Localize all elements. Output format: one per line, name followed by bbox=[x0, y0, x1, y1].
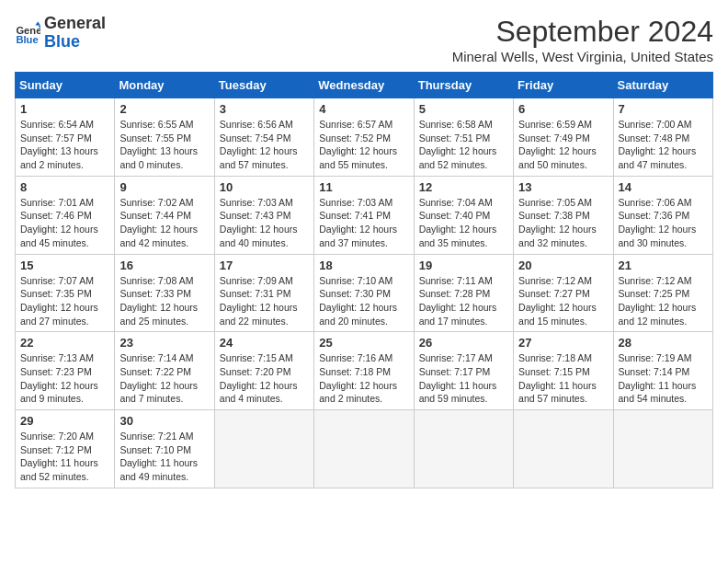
day-info: Sunrise: 7:17 AM Sunset: 7:17 PM Dayligh… bbox=[419, 351, 508, 406]
day-number: 28 bbox=[619, 336, 708, 350]
day-number: 13 bbox=[518, 180, 608, 194]
calendar-day-cell: 3Sunrise: 6:56 AM Sunset: 7:54 PM Daylig… bbox=[214, 98, 313, 177]
logo: General Blue General Blue bbox=[15, 15, 106, 52]
day-number: 30 bbox=[119, 414, 209, 428]
day-info: Sunrise: 7:02 AM Sunset: 7:44 PM Dayligh… bbox=[119, 196, 209, 250]
logo-text-blue: Blue bbox=[44, 33, 106, 52]
day-number: 1 bbox=[20, 102, 109, 116]
calendar-day-cell: 8Sunrise: 7:01 AM Sunset: 7:46 PM Daylig… bbox=[16, 176, 115, 254]
calendar-day-cell: 10Sunrise: 7:03 AM Sunset: 7:43 PM Dayli… bbox=[214, 176, 313, 254]
day-of-week-header: Thursday bbox=[414, 73, 513, 98]
calendar-day-cell: 30Sunrise: 7:21 AM Sunset: 7:10 PM Dayli… bbox=[115, 410, 214, 488]
day-info: Sunrise: 7:03 AM Sunset: 7:41 PM Dayligh… bbox=[319, 196, 408, 250]
day-number: 15 bbox=[20, 259, 109, 272]
day-number: 21 bbox=[619, 259, 708, 272]
calendar-day-cell: 14Sunrise: 7:06 AM Sunset: 7:36 PM Dayli… bbox=[613, 176, 712, 254]
day-info: Sunrise: 7:05 AM Sunset: 7:38 PM Dayligh… bbox=[518, 196, 608, 250]
day-number: 23 bbox=[119, 336, 209, 350]
day-info: Sunrise: 7:01 AM Sunset: 7:46 PM Dayligh… bbox=[20, 196, 109, 250]
day-info: Sunrise: 7:09 AM Sunset: 7:31 PM Dayligh… bbox=[220, 274, 309, 328]
month-title: September 2024 bbox=[452, 15, 713, 49]
calendar-day-cell bbox=[514, 410, 613, 488]
day-number: 12 bbox=[419, 180, 508, 194]
day-of-week-header: Tuesday bbox=[214, 73, 313, 98]
day-of-week-header: Sunday bbox=[16, 73, 115, 98]
calendar-day-cell: 22Sunrise: 7:13 AM Sunset: 7:23 PM Dayli… bbox=[16, 332, 115, 410]
day-info: Sunrise: 7:11 AM Sunset: 7:28 PM Dayligh… bbox=[419, 274, 508, 328]
calendar-day-cell: 24Sunrise: 7:15 AM Sunset: 7:20 PM Dayli… bbox=[214, 332, 313, 410]
day-info: Sunrise: 6:54 AM Sunset: 7:57 PM Dayligh… bbox=[20, 118, 109, 172]
calendar-day-cell: 1Sunrise: 6:54 AM Sunset: 7:57 PM Daylig… bbox=[16, 98, 115, 177]
day-number: 8 bbox=[20, 180, 109, 194]
day-number: 16 bbox=[119, 259, 209, 272]
day-number: 25 bbox=[319, 336, 408, 350]
day-number: 14 bbox=[619, 180, 708, 194]
day-number: 3 bbox=[220, 102, 309, 116]
calendar-day-cell: 4Sunrise: 6:57 AM Sunset: 7:52 PM Daylig… bbox=[314, 98, 414, 177]
svg-marker-2 bbox=[35, 21, 40, 25]
calendar-day-cell bbox=[414, 410, 513, 488]
calendar-week-row: 1Sunrise: 6:54 AM Sunset: 7:57 PM Daylig… bbox=[16, 98, 713, 177]
day-info: Sunrise: 6:55 AM Sunset: 7:55 PM Dayligh… bbox=[119, 118, 209, 172]
calendar-week-row: 8Sunrise: 7:01 AM Sunset: 7:46 PM Daylig… bbox=[16, 176, 713, 254]
calendar-day-cell: 21Sunrise: 7:12 AM Sunset: 7:25 PM Dayli… bbox=[613, 254, 712, 332]
location-subtitle: Mineral Wells, West Virginia, United Sta… bbox=[452, 49, 713, 64]
calendar-day-cell bbox=[314, 410, 414, 488]
day-number: 6 bbox=[518, 102, 608, 116]
day-info: Sunrise: 7:12 AM Sunset: 7:27 PM Dayligh… bbox=[518, 274, 608, 328]
day-info: Sunrise: 6:58 AM Sunset: 7:51 PM Dayligh… bbox=[419, 118, 508, 172]
calendar-day-cell: 16Sunrise: 7:08 AM Sunset: 7:33 PM Dayli… bbox=[115, 254, 214, 332]
day-of-week-header: Monday bbox=[115, 73, 214, 98]
calendar-day-cell bbox=[214, 410, 313, 488]
day-info: Sunrise: 7:18 AM Sunset: 7:15 PM Dayligh… bbox=[518, 351, 608, 406]
calendar-day-cell: 7Sunrise: 7:00 AM Sunset: 7:48 PM Daylig… bbox=[613, 98, 712, 177]
day-number: 19 bbox=[419, 259, 508, 272]
day-number: 24 bbox=[220, 336, 309, 350]
page-header: General Blue General Blue September 2024… bbox=[15, 15, 713, 64]
day-of-week-header: Wednesday bbox=[314, 73, 414, 98]
day-info: Sunrise: 7:21 AM Sunset: 7:10 PM Dayligh… bbox=[119, 430, 209, 484]
day-info: Sunrise: 7:04 AM Sunset: 7:40 PM Dayligh… bbox=[419, 196, 508, 250]
day-info: Sunrise: 7:07 AM Sunset: 7:35 PM Dayligh… bbox=[20, 274, 109, 328]
day-number: 29 bbox=[20, 414, 109, 428]
day-info: Sunrise: 7:14 AM Sunset: 7:22 PM Dayligh… bbox=[119, 351, 209, 406]
day-info: Sunrise: 6:59 AM Sunset: 7:49 PM Dayligh… bbox=[518, 118, 608, 172]
day-number: 5 bbox=[419, 102, 508, 116]
day-number: 9 bbox=[119, 180, 209, 194]
day-number: 20 bbox=[518, 259, 608, 272]
calendar-day-cell: 17Sunrise: 7:09 AM Sunset: 7:31 PM Dayli… bbox=[214, 254, 313, 332]
day-number: 17 bbox=[220, 259, 309, 272]
calendar-day-cell: 29Sunrise: 7:20 AM Sunset: 7:12 PM Dayli… bbox=[16, 410, 115, 488]
calendar-day-cell: 11Sunrise: 7:03 AM Sunset: 7:41 PM Dayli… bbox=[314, 176, 414, 254]
day-info: Sunrise: 7:00 AM Sunset: 7:48 PM Dayligh… bbox=[619, 118, 708, 172]
calendar-day-cell: 13Sunrise: 7:05 AM Sunset: 7:38 PM Dayli… bbox=[514, 176, 613, 254]
day-number: 26 bbox=[419, 336, 508, 350]
day-info: Sunrise: 7:12 AM Sunset: 7:25 PM Dayligh… bbox=[619, 274, 708, 328]
logo-icon: General Blue bbox=[15, 20, 40, 46]
day-number: 22 bbox=[20, 336, 109, 350]
calendar-day-cell: 25Sunrise: 7:16 AM Sunset: 7:18 PM Dayli… bbox=[314, 332, 414, 410]
calendar-week-row: 22Sunrise: 7:13 AM Sunset: 7:23 PM Dayli… bbox=[16, 332, 713, 410]
calendar-day-cell: 23Sunrise: 7:14 AM Sunset: 7:22 PM Dayli… bbox=[115, 332, 214, 410]
day-info: Sunrise: 7:03 AM Sunset: 7:43 PM Dayligh… bbox=[220, 196, 309, 250]
calendar-day-cell bbox=[613, 410, 712, 488]
calendar-day-cell: 19Sunrise: 7:11 AM Sunset: 7:28 PM Dayli… bbox=[414, 254, 513, 332]
day-info: Sunrise: 7:16 AM Sunset: 7:18 PM Dayligh… bbox=[319, 351, 408, 406]
day-info: Sunrise: 7:20 AM Sunset: 7:12 PM Dayligh… bbox=[20, 430, 109, 484]
calendar-day-cell: 18Sunrise: 7:10 AM Sunset: 7:30 PM Dayli… bbox=[314, 254, 414, 332]
calendar-week-row: 29Sunrise: 7:20 AM Sunset: 7:12 PM Dayli… bbox=[16, 410, 713, 488]
day-of-week-header: Friday bbox=[514, 73, 613, 98]
calendar-header-row: SundayMondayTuesdayWednesdayThursdayFrid… bbox=[16, 73, 713, 98]
day-info: Sunrise: 7:10 AM Sunset: 7:30 PM Dayligh… bbox=[319, 274, 408, 328]
day-info: Sunrise: 7:13 AM Sunset: 7:23 PM Dayligh… bbox=[20, 351, 109, 406]
day-number: 27 bbox=[518, 336, 608, 350]
day-number: 10 bbox=[220, 180, 309, 194]
day-number: 11 bbox=[319, 180, 408, 194]
day-info: Sunrise: 7:08 AM Sunset: 7:33 PM Dayligh… bbox=[119, 274, 209, 328]
day-info: Sunrise: 7:15 AM Sunset: 7:20 PM Dayligh… bbox=[220, 351, 309, 406]
day-info: Sunrise: 7:19 AM Sunset: 7:14 PM Dayligh… bbox=[619, 351, 708, 406]
day-info: Sunrise: 6:57 AM Sunset: 7:52 PM Dayligh… bbox=[319, 118, 408, 172]
day-info: Sunrise: 7:06 AM Sunset: 7:36 PM Dayligh… bbox=[619, 196, 708, 250]
calendar-day-cell: 6Sunrise: 6:59 AM Sunset: 7:49 PM Daylig… bbox=[514, 98, 613, 177]
calendar-day-cell: 15Sunrise: 7:07 AM Sunset: 7:35 PM Dayli… bbox=[16, 254, 115, 332]
